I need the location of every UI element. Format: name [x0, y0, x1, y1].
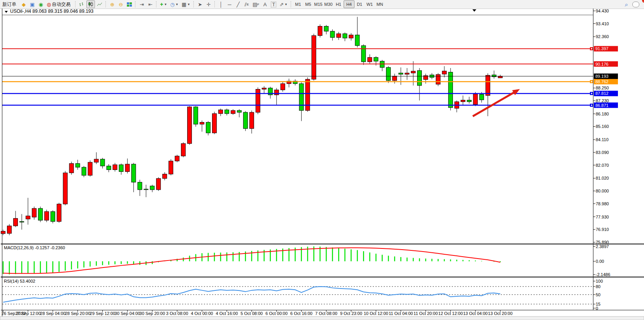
fibonacci-tool[interactable]: ▤F	[251, 0, 260, 8]
svg-text:28 Sep 20:00: 28 Sep 20:00	[65, 311, 90, 316]
candlestick-chart-icon	[88, 2, 93, 7]
equidistant-channel-tool[interactable]: ⫽E	[243, 0, 251, 8]
status-bar	[0, 317, 644, 320]
trendline-tool[interactable]: ╱	[234, 0, 242, 8]
tab-timeframe-h4[interactable]: H4	[344, 0, 354, 8]
toolbar-separator	[105, 1, 106, 7]
symbol-dropdown-icon	[5, 11, 8, 13]
current-price-line: 89.193	[2, 73, 618, 79]
svg-text:89.193: 89.193	[595, 74, 609, 79]
auto-trading-label: 自动交易	[52, 1, 70, 8]
funds-icon[interactable]: ◆	[20, 0, 28, 8]
search-button[interactable]: ⌕	[623, 0, 630, 8]
main-toolbar: 新订单 ◆ ▣ ◉ ◍ 自动交易 ⊕ ⊖ ⇥ ⇤ +▼ ◷▼ ▦▼ ➤ ✛ │ …	[0, 0, 644, 9]
svg-text:88.762: 88.762	[595, 79, 609, 84]
svg-text:6 Oct 00:00: 6 Oct 00:00	[265, 311, 288, 316]
svg-text:USOil-,H4 89.063 89.315 89.04: USOil-,H4 89.063 89.315 89.046 89.193	[10, 9, 93, 14]
svg-text:88.250: 88.250	[596, 86, 609, 90]
tab-timeframe-m1[interactable]: M1	[293, 1, 303, 8]
new-chart-icon: +	[160, 2, 163, 7]
tab-timeframe-d1[interactable]: D1	[354, 1, 365, 8]
chart-area[interactable]: 94.43093.41092.36088.25087.23086.18085.1…	[0, 9, 644, 320]
indicators-icon: ▦	[182, 2, 186, 7]
svg-text:3 Oct 08:00: 3 Oct 08:00	[166, 311, 188, 316]
fibonacci-icon: ▤	[253, 2, 257, 7]
chevron-down-icon: ▼	[284, 3, 288, 6]
svg-text:10 Oct 12:00: 10 Oct 12:00	[364, 311, 388, 316]
svg-text:30 Sep 04:00: 30 Sep 04:00	[115, 311, 140, 316]
auto-trading-icon: ◍	[47, 2, 51, 7]
svg-text:94.430: 94.430	[596, 9, 609, 13]
horizontal-level-lines[interactable]: 91.39790.17688.76287.81286.871	[2, 46, 618, 108]
tab-timeframe-w1[interactable]: W1	[365, 1, 375, 8]
svg-text:100: 100	[596, 279, 603, 283]
vertical-line-icon: │	[219, 2, 223, 7]
tab-timeframe-m30[interactable]: M30	[323, 1, 333, 8]
arrows-icon: ⇗	[279, 2, 284, 7]
svg-text:-2.1486: -2.1486	[596, 272, 610, 277]
candlestick-chart-button[interactable]	[86, 0, 95, 8]
svg-text:29 Sep 12:00: 29 Sep 12:00	[90, 311, 115, 316]
new-order-button[interactable]: 新订单	[0, 0, 19, 8]
tab-timeframe-mn[interactable]: MN	[375, 1, 385, 8]
svg-text:80: 80	[596, 284, 600, 289]
tab-timeframe-m5[interactable]: M5	[303, 1, 313, 8]
fibo-tool-label: F	[257, 3, 259, 6]
svg-text:7 Oct 08:00: 7 Oct 08:00	[315, 311, 337, 316]
svg-text:83.090: 83.090	[596, 150, 609, 155]
svg-text:4 Oct 16:00: 4 Oct 16:00	[216, 311, 238, 316]
toolbar-separator	[214, 1, 215, 7]
svg-text:87.812: 87.812	[595, 91, 609, 96]
svg-text:4 Oct 00:00: 4 Oct 00:00	[191, 311, 213, 316]
new-chart-dropdown[interactable]: +▼	[159, 0, 168, 8]
zoom-out-button[interactable]: ⊖	[117, 0, 125, 8]
line-chart-button[interactable]	[96, 0, 104, 8]
line-chart-icon	[97, 2, 102, 7]
chat-bubble-icon	[632, 2, 639, 7]
tile-windows-button[interactable]	[125, 0, 133, 8]
chart-shift-icon: ⇤	[148, 2, 153, 7]
chart-shift-button[interactable]: ⇤	[146, 0, 154, 8]
svg-text:93.410: 93.410	[596, 21, 609, 26]
arrows-dropdown[interactable]: ⇗▼	[278, 0, 289, 8]
horizontal-line-tool[interactable]: ─	[226, 0, 233, 8]
toolbar-separator	[75, 1, 76, 7]
svg-text:12 Oct 12:00: 12 Oct 12:00	[438, 311, 463, 316]
notifications-button[interactable]: 1	[631, 0, 640, 8]
tab-timeframe-m15[interactable]: M15	[313, 1, 323, 8]
text-tool[interactable]: A	[261, 0, 269, 8]
text-label-icon: T	[271, 2, 276, 7]
svg-text:78.980: 78.980	[596, 201, 609, 206]
svg-text:13 Oct 20:00: 13 Oct 20:00	[488, 311, 512, 316]
svg-text:0: 0	[596, 306, 598, 311]
svg-text:6 Oct 16:00: 6 Oct 16:00	[290, 311, 312, 316]
svg-text:MACD(12,26,9) -0.1257 -0.2360: MACD(12,26,9) -0.1257 -0.2360	[4, 245, 65, 250]
time-axis[interactable]: 26 Sep 202227 Sep 12:0028 Sep 04:0028 Se…	[2, 310, 512, 316]
svg-text:84.110: 84.110	[596, 137, 609, 142]
auto-scroll-button[interactable]: ⇥	[138, 0, 146, 8]
clock-icon: ◷	[170, 2, 174, 7]
vertical-line-tool[interactable]: │	[217, 0, 225, 8]
candlesticks	[1, 17, 503, 235]
zoom-in-button[interactable]: ⊕	[108, 0, 116, 8]
svg-text:5 Oct 08:00: 5 Oct 08:00	[240, 311, 263, 316]
bar-chart-button[interactable]	[78, 0, 86, 8]
signals-icon[interactable]: ◉	[37, 0, 45, 8]
rsi-panel: RSI(14) 53.40021008050150	[2, 279, 603, 311]
cursor-tool[interactable]: ➤	[196, 0, 204, 8]
accounts-icon[interactable]: ▣	[28, 0, 36, 8]
horizontal-line-icon: ─	[228, 2, 231, 7]
chevron-down-icon: ▼	[164, 3, 167, 6]
tab-timeframe-h1[interactable]: H1	[333, 1, 344, 8]
crosshair-tool[interactable]: ✛	[205, 0, 212, 8]
profiles-dropdown[interactable]: ◷▼	[169, 0, 179, 8]
chart-title: USOil-,H4 89.063 89.315 89.046 89.193	[5, 9, 93, 14]
svg-text:91.397: 91.397	[595, 46, 609, 51]
svg-text:11 Oct 20:00: 11 Oct 20:00	[414, 311, 438, 316]
indicators-dropdown[interactable]: ▦▼	[181, 0, 191, 8]
auto-trading-button[interactable]: ◍ 自动交易	[46, 0, 73, 8]
svg-text:2.3897: 2.3897	[596, 244, 609, 249]
toolbar-separator	[156, 1, 157, 7]
new-order-label: 新订单	[2, 1, 16, 8]
text-label-tool[interactable]: T	[270, 0, 277, 8]
